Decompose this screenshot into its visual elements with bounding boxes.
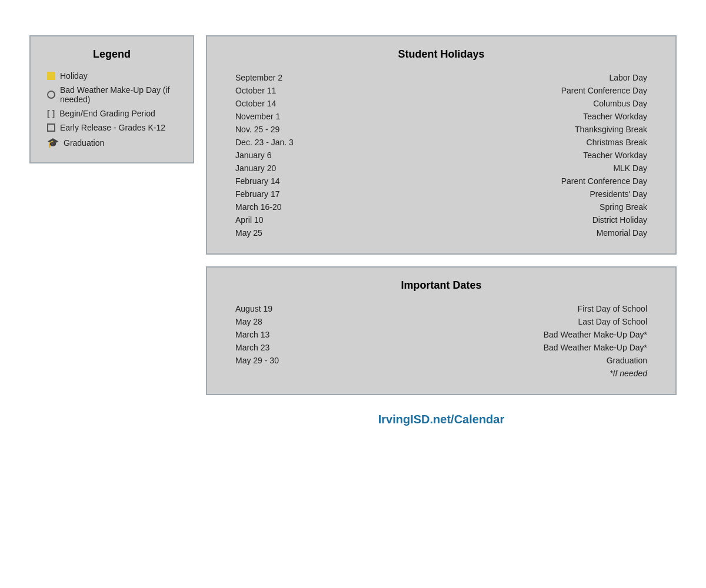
event-cell: Parent Conference Day [419, 84, 659, 97]
event-cell: Thanksgiving Break [419, 123, 659, 136]
student-holidays-table: September 2 Labor Day October 11 Parent … [224, 71, 659, 239]
date-cell: January 20 [224, 162, 419, 175]
table-row: November 1 Teacher Workday [224, 110, 659, 123]
table-row: August 19 First Day of School [224, 302, 659, 315]
legend-label-graduation: Graduation [64, 138, 104, 148]
graduation-icon: 🎓 [47, 137, 59, 148]
date-cell: September 2 [224, 71, 419, 84]
legend-item-grading: [ ] Begin/End Grading Period [47, 109, 176, 118]
table-row: January 20 MLK Day [224, 162, 659, 175]
date-cell: January 6 [224, 149, 419, 162]
table-row: May 29 - 30 Graduation [224, 354, 659, 367]
event-cell: Graduation [419, 354, 659, 367]
event-cell: MLK Day [419, 162, 659, 175]
legend-card: Legend Holiday Bad Weather Make-Up Day (… [29, 35, 194, 163]
event-cell: Parent Conference Day [419, 175, 659, 188]
event-cell: Christmas Break [419, 136, 659, 149]
date-cell: March 13 [224, 328, 419, 341]
holiday-icon [47, 72, 55, 80]
date-cell: October 11 [224, 84, 419, 97]
legend-item-graduation: 🎓 Graduation [47, 137, 176, 148]
table-row: Nov. 25 - 29 Thanksgiving Break [224, 123, 659, 136]
table-row: October 11 Parent Conference Day [224, 84, 659, 97]
date-cell: May 28 [224, 315, 419, 328]
table-row: February 14 Parent Conference Day [224, 175, 659, 188]
event-cell: Spring Break [419, 201, 659, 213]
date-cell: Dec. 23 - Jan. 3 [224, 136, 419, 149]
table-row: March 23 Bad Weather Make-Up Day* [224, 341, 659, 354]
date-cell: May 29 - 30 [224, 354, 419, 367]
date-cell: April 10 [224, 213, 419, 226]
table-row: February 17 Presidents' Day [224, 188, 659, 201]
table-row: May 28 Last Day of School [224, 315, 659, 328]
important-dates-card: Important Dates August 19 First Day of S… [206, 266, 677, 395]
table-row: September 2 Labor Day [224, 71, 659, 84]
event-cell: District Holiday [419, 213, 659, 226]
date-cell: February 14 [224, 175, 419, 188]
date-cell: August 19 [224, 302, 419, 315]
legend-label-grading: Begin/End Grading Period [59, 109, 155, 118]
student-holidays-card: Student Holidays September 2 Labor Day O… [206, 35, 677, 255]
date-cell: November 1 [224, 110, 419, 123]
date-cell: March 23 [224, 341, 419, 354]
footer-link[interactable]: IrvingISD.net/Calendar [378, 413, 505, 426]
table-row: March 16-20 Spring Break [224, 201, 659, 213]
date-cell: February 17 [224, 188, 419, 201]
important-dates-table: August 19 First Day of School May 28 Las… [224, 302, 659, 380]
student-holidays-title: Student Holidays [224, 48, 659, 61]
legend-title: Legend [47, 48, 176, 61]
grading-icon: [ ] [47, 109, 55, 118]
early-release-icon [47, 123, 55, 132]
date-cell: October 14 [224, 97, 419, 110]
event-cell: Teacher Workday [419, 149, 659, 162]
table-row: April 10 District Holiday [224, 213, 659, 226]
event-cell: Bad Weather Make-Up Day* [419, 328, 659, 341]
main-container: Legend Holiday Bad Weather Make-Up Day (… [29, 35, 677, 426]
legend-item-holiday: Holiday [47, 71, 176, 81]
table-row: *If needed [224, 367, 659, 380]
table-row: January 6 Teacher Workday [224, 149, 659, 162]
date-cell: March 16-20 [224, 201, 419, 213]
table-row: Dec. 23 - Jan. 3 Christmas Break [224, 136, 659, 149]
note-cell: *If needed [419, 367, 659, 380]
event-cell: Bad Weather Make-Up Day* [419, 341, 659, 354]
legend-item-bad-weather: Bad Weather Make-Up Day (if needed) [47, 85, 176, 104]
event-cell: First Day of School [419, 302, 659, 315]
table-row: October 14 Columbus Day [224, 97, 659, 110]
event-cell: Labor Day [419, 71, 659, 84]
bad-weather-icon [47, 91, 55, 99]
legend-label-holiday: Holiday [60, 71, 88, 81]
left-panel: Legend Holiday Bad Weather Make-Up Day (… [29, 35, 194, 426]
important-dates-title: Important Dates [224, 279, 659, 292]
event-cell: Columbus Day [419, 97, 659, 110]
legend-label-early-release: Early Release - Grades K-12 [60, 123, 165, 132]
date-cell: May 25 [224, 226, 419, 239]
event-cell: Presidents' Day [419, 188, 659, 201]
event-cell: Memorial Day [419, 226, 659, 239]
event-cell: Teacher Workday [419, 110, 659, 123]
footer-link-container: IrvingISD.net/Calendar [206, 413, 677, 426]
table-row: March 13 Bad Weather Make-Up Day* [224, 328, 659, 341]
legend-item-early-release: Early Release - Grades K-12 [47, 123, 176, 132]
date-cell: Nov. 25 - 29 [224, 123, 419, 136]
event-cell: Last Day of School [419, 315, 659, 328]
legend-label-bad-weather: Bad Weather Make-Up Day (if needed) [60, 85, 176, 104]
right-panel: Student Holidays September 2 Labor Day O… [206, 35, 677, 426]
legend-list: Holiday Bad Weather Make-Up Day (if need… [47, 71, 176, 148]
table-row: May 25 Memorial Day [224, 226, 659, 239]
